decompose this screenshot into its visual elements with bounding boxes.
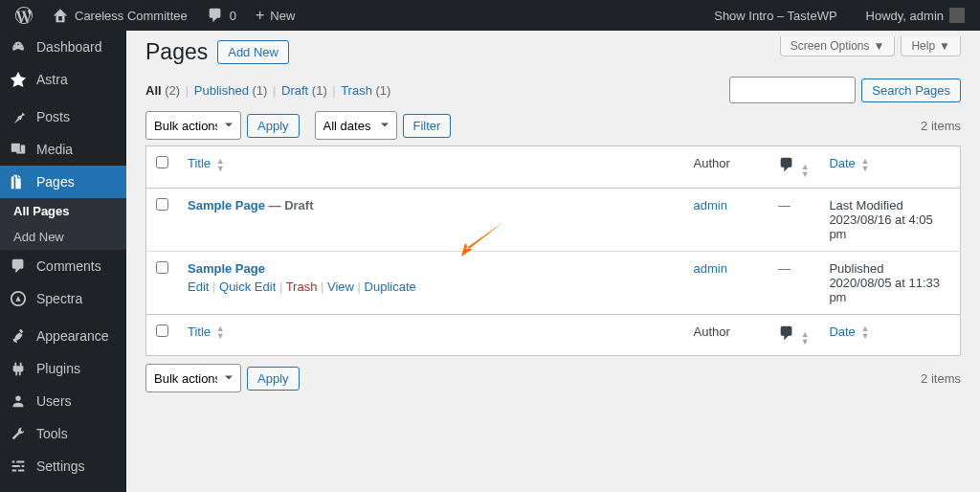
date-status: Published	[829, 261, 950, 276]
comments-cell: —	[768, 188, 819, 251]
bulk-actions-select[interactable]: Bulk actions	[145, 111, 241, 140]
show-intro[interactable]: Show Intro – TasteWP	[706, 0, 844, 31]
site-link[interactable]: Careless Committee	[44, 0, 195, 31]
filter-draft[interactable]: Draft	[281, 83, 308, 98]
sort-icon: ▲▼	[860, 324, 869, 340]
sidebar-spectra[interactable]: Spectra	[0, 282, 126, 315]
avatar	[949, 8, 965, 23]
sliders-icon	[10, 458, 27, 475]
date-value: 2020/08/05 at 11:33 pm	[829, 276, 950, 304]
action-trash[interactable]: Trash	[286, 280, 318, 294]
sidebar-settings[interactable]: Settings	[0, 450, 126, 482]
site-name: Careless Committee	[75, 9, 188, 23]
select-all-checkbox-bottom[interactable]	[156, 324, 168, 337]
sidebar-tools[interactable]: Tools	[0, 417, 126, 450]
sidebar-posts[interactable]: Posts	[0, 101, 126, 133]
howdy-account[interactable]: Howdy, admin	[858, 0, 972, 31]
pages-table: Title ▲▼ Author ▲▼ Date ▲▼ Sample Page —…	[145, 145, 961, 356]
row-checkbox[interactable]	[156, 261, 168, 274]
author-link[interactable]: admin	[694, 261, 727, 276]
search-button[interactable]: Search Pages	[861, 78, 961, 102]
date-status: Last Modified	[829, 198, 950, 212]
help-button[interactable]: Help ▼	[901, 36, 961, 56]
col-date-sort[interactable]: Date	[829, 156, 855, 170]
select-all-checkbox[interactable]	[156, 156, 168, 168]
sidebar-media[interactable]: Media	[0, 133, 126, 166]
pin-icon	[10, 108, 27, 125]
comments-link[interactable]: 0	[199, 0, 244, 31]
comments-count: 0	[230, 9, 236, 23]
sidebar-dashboard[interactable]: Dashboard	[0, 31, 126, 63]
new-label: New	[270, 9, 295, 23]
items-count-bottom: 2 items	[921, 371, 961, 386]
filter-trash[interactable]: Trash	[341, 83, 372, 98]
wp-logo[interactable]	[8, 0, 40, 31]
sort-icon: ▲▼	[801, 163, 810, 178]
bulk-actions-select-bottom[interactable]: Bulk actions	[145, 364, 241, 392]
author-link[interactable]: admin	[694, 198, 727, 212]
chevron-down-icon: ▼	[874, 39, 885, 53]
comments-cell: —	[768, 251, 819, 314]
row-checkbox[interactable]	[156, 198, 168, 211]
sort-icon: ▲▼	[216, 324, 225, 340]
action-duplicate[interactable]: Duplicate	[365, 280, 416, 294]
page-title: Pages	[145, 39, 208, 65]
comments-icon	[10, 257, 27, 275]
admin-bar: Careless Committee 0 + New Show Intro – …	[0, 0, 980, 31]
chevron-down-icon: ▼	[939, 39, 950, 53]
astra-icon	[10, 71, 27, 88]
admin-sidebar: Dashboard Astra Posts Media Pages All Pa…	[0, 31, 126, 492]
sidebar-redirection[interactable]: Redirection	[0, 482, 126, 492]
search-input[interactable]	[729, 77, 856, 103]
sidebar-astra[interactable]: Astra	[0, 63, 126, 96]
col-title-sort[interactable]: Title	[188, 324, 211, 339]
pages-icon	[10, 173, 27, 190]
spectra-icon	[10, 290, 27, 307]
filter-button[interactable]: Filter	[403, 114, 452, 138]
action-edit[interactable]: Edit	[188, 280, 209, 294]
action-view[interactable]: View	[327, 280, 354, 294]
comment-icon	[778, 156, 795, 173]
media-icon	[10, 141, 27, 158]
items-count: 2 items	[921, 119, 961, 133]
col-author: Author	[684, 146, 769, 189]
sidebar-appearance[interactable]: Appearance	[0, 320, 126, 352]
sidebar-comments[interactable]: Comments	[0, 250, 126, 282]
action-quick-edit[interactable]: Quick Edit	[219, 280, 276, 294]
sidebar-pages[interactable]: Pages	[0, 166, 126, 198]
apply-button-bottom[interactable]: Apply	[247, 367, 300, 391]
brush-icon	[10, 327, 27, 345]
screen-options-button[interactable]: Screen Options ▼	[780, 36, 896, 56]
status-filters: All (2) | Published (1) | Draft (1) | Tr…	[145, 83, 390, 98]
filter-all[interactable]: All	[145, 83, 162, 98]
sidebar-all-pages[interactable]: All Pages	[0, 198, 126, 224]
col-author: Author	[684, 314, 769, 356]
new-content[interactable]: + New	[248, 0, 302, 31]
sidebar-plugins[interactable]: Plugins	[0, 352, 126, 385]
sidebar-users[interactable]: Users	[0, 385, 126, 417]
dashboard-icon	[10, 38, 27, 56]
main-content: Screen Options ▼ Help ▼ Pages Add New Al…	[126, 31, 980, 412]
date-value: 2023/08/16 at 4:05 pm	[829, 212, 950, 241]
page-title-link[interactable]: Sample Page	[188, 198, 265, 212]
table-row: Sample Page Edit | Quick Edit | Trash | …	[146, 251, 961, 314]
wrench-icon	[10, 425, 27, 442]
users-icon	[10, 392, 27, 410]
sort-icon: ▲▼	[801, 330, 810, 346]
add-new-button[interactable]: Add New	[217, 40, 289, 64]
col-title-sort[interactable]: Title	[188, 156, 211, 170]
apply-button[interactable]: Apply	[247, 114, 300, 138]
row-actions: Edit | Quick Edit | Trash | View | Dupli…	[188, 280, 675, 294]
plug-icon	[10, 360, 27, 377]
comment-icon	[778, 324, 795, 342]
sidebar-pages-sub: All Pages Add New	[0, 198, 126, 250]
table-row: Sample Page — Draft admin — Last Modifie…	[146, 188, 961, 251]
col-date-sort[interactable]: Date	[829, 324, 855, 339]
sidebar-add-new-page[interactable]: Add New	[0, 224, 126, 250]
date-filter-select[interactable]: All dates	[315, 111, 397, 140]
page-title-link[interactable]: Sample Page	[188, 261, 265, 276]
sort-icon: ▲▼	[860, 157, 869, 172]
sort-icon: ▲▼	[216, 157, 225, 172]
filter-published[interactable]: Published	[194, 83, 249, 98]
